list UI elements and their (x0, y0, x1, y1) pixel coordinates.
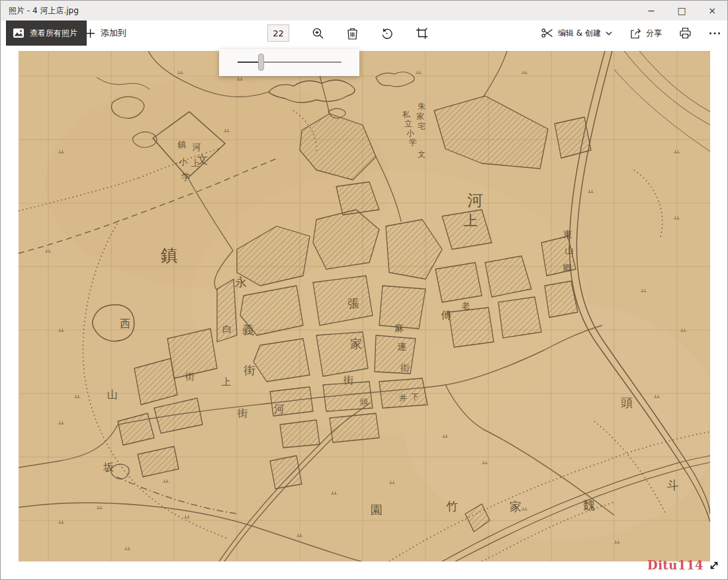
map-label: 西 (120, 317, 130, 330)
map-label: 竹 (446, 499, 458, 513)
map-label: 街 (343, 374, 354, 386)
map-label: 文 (418, 149, 426, 159)
map-label: 連 (397, 341, 406, 352)
map-label: 下 (411, 392, 419, 401)
zoom-level-input[interactable]: 22 (267, 24, 289, 42)
rotate-icon[interactable] (381, 27, 393, 40)
edit-create-label: 编辑 & 创建 (558, 28, 601, 39)
map-label: 小 (179, 157, 188, 167)
map-label: 山 (565, 245, 574, 255)
see-all-photos-button[interactable]: 查看所有照片 (6, 21, 87, 46)
map-label: 家 (510, 499, 522, 513)
map-label: 街 (237, 407, 248, 419)
watermark: Ditu114 (647, 558, 704, 572)
share-icon (629, 28, 641, 39)
map-label: 学 (409, 138, 417, 147)
map-label: 上 (191, 158, 200, 168)
chevron-down-icon (606, 31, 612, 36)
edit-create-button[interactable]: 编辑 & 创建 (541, 28, 612, 39)
close-button[interactable]: × (697, 1, 727, 21)
map-label: 鎮 (160, 245, 178, 265)
photo-gallery-icon (13, 27, 24, 39)
map-label: 傅 (441, 309, 451, 321)
map-label: 上 (463, 212, 478, 229)
map-canvas: 鎮文鎮河小上学朱家宅私立小学文河上東山鄉永白義街上街河街張家街麻連街下井頭傅老西… (19, 51, 710, 561)
map-label: 白 (222, 323, 232, 334)
map-label: 学 (182, 172, 191, 182)
map-label: 坂 (103, 461, 114, 474)
map-label: 麻 (394, 323, 404, 333)
map-label: 山 (107, 388, 118, 401)
map-label: 義 (242, 323, 254, 337)
map-label: 老 (461, 301, 471, 311)
map-label: 鎮 (177, 140, 187, 149)
map-label: 河 (193, 142, 201, 152)
map-label: 張 (347, 296, 359, 310)
map-label: 鄉 (563, 263, 572, 272)
map-label: 家 (416, 112, 424, 121)
map-label: 街 (400, 362, 410, 373)
map-label: 上 (222, 376, 231, 387)
map-label: 井 (399, 394, 407, 403)
map-label: 頭 (360, 397, 368, 407)
photos-app-window: 照片 - 4 河上店.jpg − □ × 查看所有照片 添加到 22 (0, 0, 728, 580)
photo-canvas[interactable]: 鎮文鎮河小上学朱家宅私立小学文河上東山鄉永白義街上街河街張家街麻連街下井頭傅老西… (19, 51, 710, 561)
map-label: 宅 (418, 122, 426, 131)
scissors-icon (541, 28, 553, 38)
maximize-button[interactable]: □ (666, 1, 697, 21)
title-bar: 照片 - 4 河上店.jpg − □ × (1, 1, 727, 21)
map-label: 園 (371, 503, 383, 517)
window-title: 照片 - 4 河上店.jpg (1, 5, 79, 17)
map-label: 朱 (418, 102, 426, 111)
add-to-label: 添加到 (101, 27, 126, 39)
zoom-in-icon[interactable] (312, 27, 324, 40)
zoom-slider-track[interactable] (238, 62, 341, 63)
crop-icon[interactable] (416, 27, 428, 40)
map-label: 斗 (667, 478, 679, 492)
toolbar-right: 编辑 & 创建 分享 (541, 21, 721, 46)
map-label: 私 (402, 110, 410, 119)
share-button[interactable]: 分享 (629, 28, 662, 39)
share-label: 分享 (646, 28, 662, 39)
toolbar: 查看所有照片 添加到 22 (1, 21, 727, 46)
zoom-slider-popup (219, 49, 359, 76)
map-label: 頭 (621, 395, 633, 409)
see-all-photos-label: 查看所有照片 (30, 28, 77, 39)
map-label: 永 (235, 275, 247, 289)
map-label: 家 (350, 337, 362, 351)
toolbar-center: 22 (267, 21, 428, 46)
map-label: 河 (467, 191, 483, 210)
map-label: 立 (404, 119, 412, 128)
map-label: 魏 (583, 498, 595, 512)
add-to-button[interactable]: 添加到 (85, 21, 126, 46)
zoom-slider-fill (238, 62, 261, 63)
map-label: 小 (406, 128, 414, 138)
fullscreen-expand-icon[interactable] (707, 559, 721, 572)
print-icon[interactable] (679, 27, 692, 39)
map-label: 東 (563, 229, 572, 239)
photo-viewer: 鎮文鎮河小上学朱家宅私立小学文河上東山鄉永白義街上街河街張家街麻連街下井頭傅老西… (1, 46, 728, 580)
map-label: 街 (244, 363, 255, 377)
delete-icon[interactable] (347, 27, 358, 40)
window-controls: − □ × (636, 1, 727, 21)
map-label: 街 (185, 371, 195, 382)
zoom-slider-thumb[interactable] (258, 54, 264, 71)
minimize-button[interactable]: − (636, 1, 666, 21)
plus-icon (85, 28, 95, 38)
map-label: 河 (274, 403, 285, 415)
more-options-icon[interactable] (709, 32, 721, 35)
